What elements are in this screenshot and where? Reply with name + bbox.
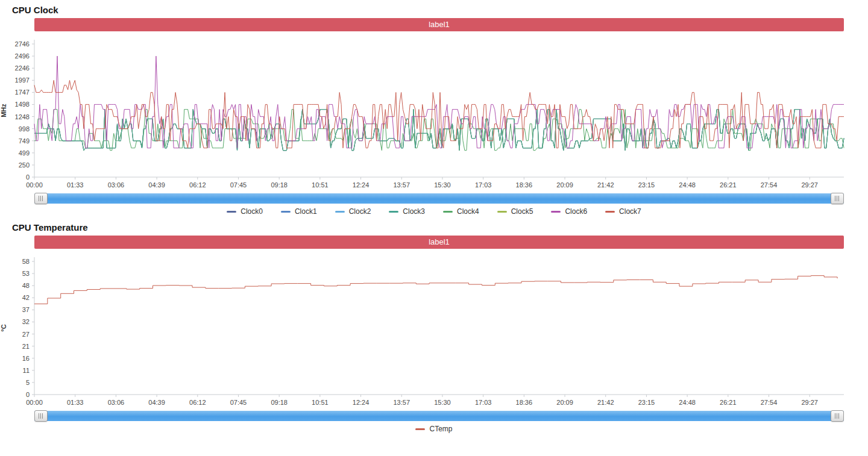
- svg-text:53: 53: [22, 270, 30, 277]
- legend-marker-icon: [497, 211, 507, 213]
- legend-label: CTemp: [429, 425, 452, 433]
- svg-text:16: 16: [22, 355, 30, 362]
- svg-text:998: 998: [19, 125, 30, 133]
- svg-text:27: 27: [22, 331, 30, 338]
- svg-text:499: 499: [19, 149, 30, 157]
- svg-text:5: 5: [26, 379, 30, 386]
- cpu-clock-series-banner: label1: [34, 18, 844, 31]
- legend-marker-icon: [281, 211, 291, 213]
- svg-text:20:09: 20:09: [556, 181, 573, 189]
- svg-text:00:00: 00:00: [26, 181, 43, 189]
- cpu-clock-legend: Clock0Clock1Clock2Clock3Clock4Clock5Cloc…: [0, 205, 868, 217]
- svg-text:17:03: 17:03: [475, 181, 492, 189]
- svg-text:23:15: 23:15: [638, 399, 655, 406]
- svg-text:42: 42: [22, 294, 30, 301]
- svg-text:29:27: 29:27: [801, 399, 818, 406]
- svg-text:00:00: 00:00: [26, 399, 43, 406]
- svg-text:26:21: 26:21: [720, 399, 737, 406]
- cpu-temperature-x-scrollbar[interactable]: [34, 411, 844, 421]
- legend-label: Clock3: [403, 207, 425, 216]
- svg-text:10:51: 10:51: [312, 399, 329, 406]
- legend-item-ctemp[interactable]: CTemp: [415, 425, 452, 433]
- legend-marker-icon: [415, 428, 425, 430]
- scrollbar-right-handle[interactable]: [831, 410, 844, 422]
- cpu-clock-plot[interactable]: 2746249622461997174714981248998749499250…: [0, 31, 868, 189]
- svg-text:0: 0: [26, 173, 30, 181]
- cpu-clock-x-scrollbar[interactable]: [34, 193, 844, 204]
- cpu-temperature-plot[interactable]: 585348423732272116115000:0001:3303:0604:…: [0, 249, 868, 407]
- svg-text:09:18: 09:18: [271, 181, 288, 189]
- banner-label: label1: [429, 237, 450, 246]
- svg-text:°C: °C: [0, 324, 7, 331]
- svg-text:03:06: 03:06: [108, 399, 125, 406]
- scrollbar-left-handle[interactable]: [34, 193, 48, 204]
- svg-text:17:03: 17:03: [475, 399, 492, 406]
- svg-text:13:57: 13:57: [393, 181, 410, 189]
- svg-text:749: 749: [19, 137, 30, 145]
- banner-label: label1: [429, 20, 450, 29]
- svg-text:15:30: 15:30: [434, 181, 451, 189]
- cpu-temperature-series-banner: label1: [34, 236, 844, 249]
- svg-text:1248: 1248: [15, 113, 30, 120]
- legend-marker-icon: [605, 211, 615, 213]
- scrollbar-left-handle[interactable]: [34, 410, 48, 422]
- svg-text:24:48: 24:48: [679, 181, 696, 189]
- cpu-temperature-section: CPU Temperature label1 58534842373227211…: [0, 217, 868, 435]
- legend-item-clock7[interactable]: Clock7: [605, 207, 641, 216]
- legend-item-clock2[interactable]: Clock2: [335, 207, 371, 216]
- svg-text:MHz: MHz: [0, 104, 7, 117]
- legend-label: Clock5: [511, 207, 533, 216]
- grip-icon: [39, 196, 43, 201]
- legend-item-clock4[interactable]: Clock4: [443, 207, 479, 216]
- svg-text:07:45: 07:45: [230, 181, 247, 189]
- legend-marker-icon: [443, 211, 453, 213]
- svg-text:24:48: 24:48: [679, 399, 696, 406]
- svg-text:27:54: 27:54: [761, 399, 778, 406]
- svg-text:07:45: 07:45: [230, 399, 247, 406]
- svg-text:06:12: 06:12: [189, 399, 206, 406]
- svg-text:1997: 1997: [15, 77, 30, 84]
- legend-marker-icon: [227, 211, 236, 213]
- svg-text:06:12: 06:12: [189, 181, 206, 189]
- svg-text:250: 250: [19, 161, 30, 169]
- svg-text:09:18: 09:18: [271, 399, 288, 406]
- legend-label: Clock2: [349, 207, 371, 216]
- svg-text:32: 32: [22, 318, 30, 325]
- svg-text:12:24: 12:24: [353, 399, 370, 406]
- svg-text:2246: 2246: [15, 64, 30, 72]
- cpu-temperature-title: CPU Temperature: [12, 217, 868, 233]
- svg-text:21: 21: [22, 343, 30, 350]
- svg-text:27:54: 27:54: [761, 181, 778, 189]
- legend-marker-icon: [335, 211, 345, 213]
- legend-item-clock5[interactable]: Clock5: [497, 207, 533, 216]
- svg-text:2746: 2746: [15, 40, 30, 48]
- legend-item-clock3[interactable]: Clock3: [389, 207, 425, 216]
- svg-text:04:39: 04:39: [148, 181, 165, 189]
- legend-label: Clock6: [565, 207, 587, 216]
- svg-text:01:33: 01:33: [67, 181, 84, 189]
- svg-text:1498: 1498: [15, 101, 30, 108]
- legend-marker-icon: [389, 211, 398, 213]
- svg-text:21:42: 21:42: [597, 181, 614, 189]
- legend-item-clock1[interactable]: Clock1: [281, 207, 317, 216]
- svg-text:37: 37: [22, 306, 30, 313]
- svg-text:03:06: 03:06: [108, 181, 125, 189]
- legend-item-clock0[interactable]: Clock0: [227, 207, 263, 216]
- legend-label: Clock7: [619, 207, 641, 216]
- svg-text:18:36: 18:36: [516, 399, 533, 406]
- legend-item-clock6[interactable]: Clock6: [551, 207, 587, 216]
- svg-text:21:42: 21:42: [597, 399, 614, 406]
- legend-label: Clock1: [295, 207, 317, 216]
- grip-icon: [835, 413, 840, 419]
- cpu-clock-section: CPU Clock label1 27462496224619971747149…: [0, 0, 868, 217]
- legend-marker-icon: [551, 211, 561, 213]
- svg-text:13:57: 13:57: [393, 399, 410, 406]
- svg-text:04:39: 04:39: [148, 399, 165, 406]
- svg-text:11: 11: [23, 367, 30, 374]
- svg-text:18:36: 18:36: [516, 181, 533, 189]
- cpu-clock-title: CPU Clock: [12, 0, 868, 16]
- cpu-temperature-legend: CTemp: [0, 423, 868, 435]
- scrollbar-right-handle[interactable]: [831, 193, 844, 204]
- grip-icon: [39, 413, 43, 419]
- svg-text:01:33: 01:33: [67, 399, 84, 406]
